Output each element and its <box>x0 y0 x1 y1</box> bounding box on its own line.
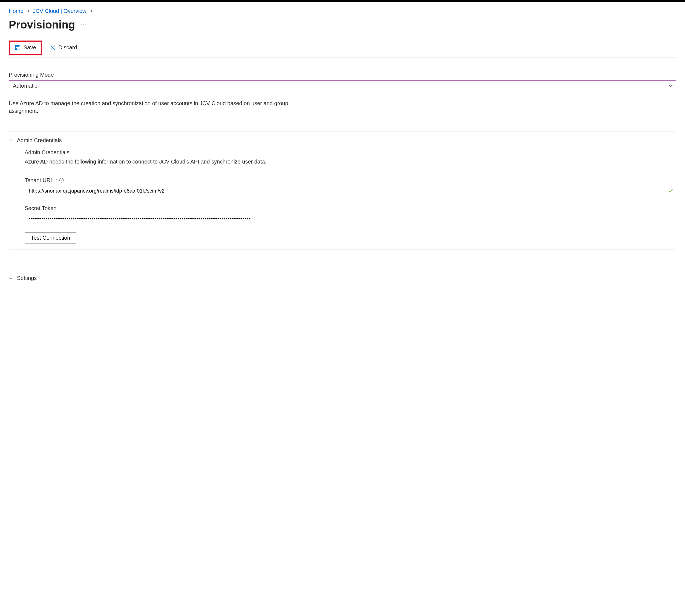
checkmark-icon <box>668 188 673 194</box>
breadcrumb-app[interactable]: JCV Cloud | Overview <box>33 8 86 14</box>
save-button[interactable]: Save <box>12 43 39 52</box>
save-icon <box>15 45 21 51</box>
info-icon[interactable] <box>60 178 64 182</box>
settings-header: Settings <box>17 274 37 282</box>
secret-token-input[interactable] <box>25 214 676 224</box>
secret-token-label: Secret Token <box>25 204 676 212</box>
svg-rect-1 <box>17 45 18 47</box>
provisioning-mode-label: Provisioning Mode <box>9 71 676 79</box>
breadcrumb-separator-icon: > <box>90 8 93 14</box>
svg-rect-2 <box>17 48 19 49</box>
chevron-up-icon <box>9 138 13 142</box>
admin-credentials-toggle[interactable]: Admin Credentials <box>9 135 676 149</box>
tenant-url-label-text: Tenant URL <box>25 176 54 184</box>
admin-credentials-section: Admin Credentials Admin Credentials Azur… <box>9 131 676 250</box>
provisioning-mode-description: Use Azure AD to manage the creation and … <box>9 100 296 115</box>
tenant-url-input[interactable] <box>25 186 676 196</box>
save-highlight-box: Save <box>9 41 42 55</box>
save-button-label: Save <box>24 44 36 51</box>
window-top-border <box>0 0 685 2</box>
discard-button-label: Discard <box>59 44 77 51</box>
admin-credentials-description: Azure AD needs the following information… <box>25 158 676 166</box>
admin-credentials-header: Admin Credentials <box>17 136 62 144</box>
provisioning-mode-select[interactable]: Automatic <box>9 80 676 91</box>
command-bar: Save Discard <box>9 41 676 58</box>
test-connection-button[interactable]: Test Connection <box>25 232 76 243</box>
breadcrumb: Home > JCV Cloud | Overview > <box>9 7 676 15</box>
breadcrumb-home[interactable]: Home <box>9 8 23 14</box>
settings-section: Settings <box>9 269 676 286</box>
page-title: Provisioning <box>9 17 75 32</box>
secret-token-label-text: Secret Token <box>25 204 56 212</box>
close-icon <box>50 45 56 51</box>
breadcrumb-separator-icon: > <box>27 8 30 14</box>
required-asterisk: * <box>56 176 58 184</box>
settings-toggle[interactable]: Settings <box>9 273 676 286</box>
tenant-url-label: Tenant URL * <box>25 176 676 184</box>
admin-credentials-subtitle: Admin Credentials <box>25 149 676 156</box>
more-actions-button[interactable]: ··· <box>79 19 88 30</box>
chevron-down-icon <box>9 276 13 280</box>
discard-button[interactable]: Discard <box>47 43 80 52</box>
provisioning-mode-value: Automatic <box>13 82 37 90</box>
